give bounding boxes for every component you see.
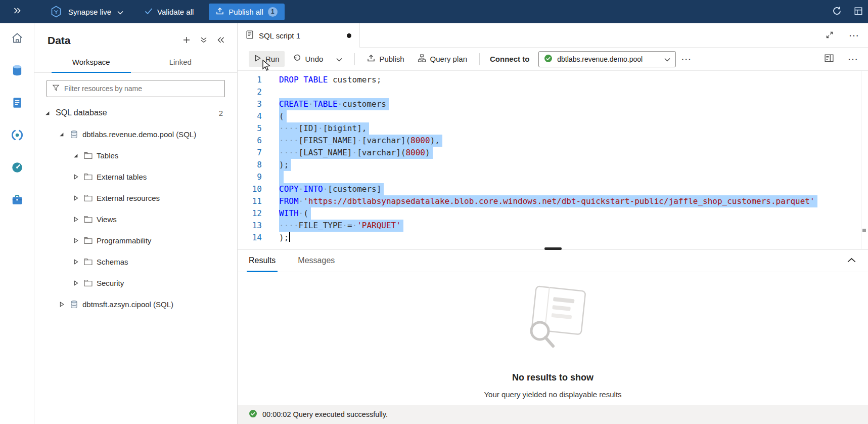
code-line-9[interactable]: 9 [238, 171, 868, 183]
code-line-8[interactable]: 8); [238, 159, 868, 171]
workspace-mode-dropdown[interactable]: Synapse live [68, 8, 123, 16]
tab-sql-script-1[interactable]: SQL script 1 [238, 23, 360, 48]
code-line-5[interactable]: 5····[ID]·[bigint], [238, 122, 868, 135]
expand-arrow-icon[interactable] [73, 280, 80, 286]
synapse-logo-icon [51, 6, 62, 18]
tab-messages[interactable]: Messages [298, 249, 335, 272]
folder-icon [84, 258, 93, 266]
tree-item-label: dbtmsft.azsyn.cipool (SQL) [82, 300, 173, 309]
expand-arrow-icon[interactable] [73, 195, 80, 201]
collapse-results-button[interactable] [847, 257, 856, 265]
workspace-mode-label: Synapse live [68, 8, 111, 16]
nav-manage[interactable] [6, 190, 28, 211]
properties-panel-icon [825, 54, 834, 64]
filter-funnel-icon [52, 84, 60, 94]
line-number: 14 [238, 232, 262, 244]
filter-resources-input[interactable] [64, 84, 219, 93]
collapse-panel-button[interactable] [217, 36, 225, 45]
line-number: 9 [238, 171, 262, 183]
validate-all-button[interactable]: Validate all [145, 8, 194, 16]
code-editor[interactable]: 1DROP TABLE customers;23CREATE·TABLE·cus… [238, 71, 868, 244]
notifications-list-button[interactable] [854, 7, 863, 17]
collapse-all-button[interactable] [200, 36, 208, 46]
nav-monitor[interactable] [6, 158, 28, 179]
expand-arrow-icon[interactable] [73, 259, 80, 265]
manage-icon [11, 193, 24, 208]
toolbar-more-options-icon[interactable]: ⋯ [679, 54, 693, 64]
add-resource-button[interactable] [182, 36, 191, 46]
expand-arrow-icon[interactable] [73, 217, 80, 222]
code-line-2[interactable]: 2 [238, 86, 868, 98]
code-line-11[interactable]: 11FROM·'https://dbtlabsynapsedatalake.bl… [238, 195, 868, 207]
chevron-down-icon [117, 8, 123, 16]
run-label: Run [265, 55, 280, 63]
code-line-3[interactable]: 3CREATE·TABLE·customers [238, 98, 868, 110]
tab-linked[interactable]: Linked [136, 52, 225, 72]
expand-arrow-icon[interactable] [73, 238, 80, 243]
code-line-14[interactable]: 14); [238, 232, 868, 244]
collapse-arrow-icon[interactable] [44, 110, 52, 116]
refresh-button[interactable] [832, 6, 842, 17]
editor-scrollbar[interactable] [861, 71, 861, 249]
publish-arrow-icon [367, 54, 375, 64]
code-line-10[interactable]: 10COPY·INTO·[customers] [238, 183, 868, 195]
code-line-12[interactable]: 12WITH·( [238, 207, 868, 220]
tree-item-views[interactable]: Views [34, 208, 237, 230]
tree-item-external-tables[interactable]: External tables [34, 166, 237, 187]
double-chevron-down-icon [200, 36, 208, 46]
query-plan-button[interactable]: Query plan [413, 51, 472, 67]
sql-script-icon [246, 30, 254, 40]
code-line-6[interactable]: 6····[FIRST_NAME]·[varchar](8000), [238, 135, 868, 147]
code-line-7[interactable]: 7····[LAST_NAME]·[varchar](8000) [238, 147, 868, 159]
double-chevron-right-icon [13, 7, 21, 16]
code-line-13[interactable]: 13····FILE_TYPE·=·'PARQUET' [238, 220, 868, 232]
tree-item-label: SQL database [56, 108, 107, 117]
tree-item-dbtmsft-azsyn-cipool-sql[interactable]: dbtmsft.azsyn.cipool (SQL) [34, 293, 237, 315]
publish-label: Publish [379, 55, 404, 63]
line-number: 5 [238, 122, 262, 135]
code-line-1[interactable]: 1DROP TABLE customers; [238, 74, 868, 86]
panel-resize-handle[interactable] [544, 247, 562, 250]
tree-item-label: dbtlabs.revenue.demo.pool (SQL) [82, 130, 196, 139]
publish-all-button[interactable]: Publish all 1 [209, 4, 284, 20]
right-more-options-icon[interactable]: ⋯ [846, 54, 860, 64]
tree-item-schemas[interactable]: Schemas [34, 251, 237, 272]
data-panel-title: Data [48, 34, 182, 47]
tree-item-programmability[interactable]: Programmability [34, 230, 237, 251]
chevron-down-icon [336, 55, 342, 63]
run-button[interactable]: Run [249, 51, 285, 67]
expand-editor-button[interactable] [826, 31, 834, 40]
undo-dropdown-button[interactable] [331, 52, 347, 66]
tab-workspace[interactable]: Workspace [47, 52, 136, 72]
code-line-4[interactable]: 4( [238, 110, 868, 122]
expand-sidebar-button[interactable] [0, 7, 34, 16]
connect-to-pool-dropdown[interactable]: dbtlabs.revenue.demo.pool [538, 51, 676, 67]
tree-item-security[interactable]: Security [34, 272, 237, 293]
expand-arrow-icon[interactable] [59, 302, 66, 307]
collapse-arrow-icon[interactable] [59, 132, 66, 137]
tree-item-sql-database[interactable]: SQL database2 [34, 102, 237, 123]
overview-ruler-cursor-mark [862, 229, 866, 232]
properties-panel-button[interactable] [825, 54, 834, 64]
undo-button[interactable]: Undo [288, 51, 329, 67]
nav-data[interactable] [6, 61, 28, 82]
collapse-arrow-icon[interactable] [73, 153, 80, 158]
double-chevron-left-icon [217, 36, 225, 45]
tree-item-label: Security [97, 279, 124, 287]
expand-arrow-icon[interactable] [73, 174, 80, 180]
tab-results[interactable]: Results [249, 249, 276, 272]
home-icon [11, 31, 24, 47]
query-plan-label: Query plan [430, 55, 467, 63]
publish-button[interactable]: Publish [362, 51, 409, 67]
tab-messages-label: Messages [298, 256, 335, 265]
nav-home[interactable] [6, 28, 28, 50]
tab-more-options-icon[interactable]: ⋯ [847, 30, 861, 40]
tree-item-tables[interactable]: Tables [34, 145, 237, 166]
tree-item-dbtlabs-revenue-demo-pool-sql[interactable]: dbtlabs.revenue.demo.pool (SQL) [34, 123, 237, 145]
top-bar: Synapse live Validate all Publish all 1 [0, 0, 868, 23]
nav-develop[interactable] [6, 93, 28, 114]
develop-icon [11, 96, 24, 111]
tree-item-external-resources[interactable]: External resources [34, 187, 237, 208]
nav-integrate[interactable] [6, 125, 28, 147]
toolbar-divider [354, 53, 355, 65]
